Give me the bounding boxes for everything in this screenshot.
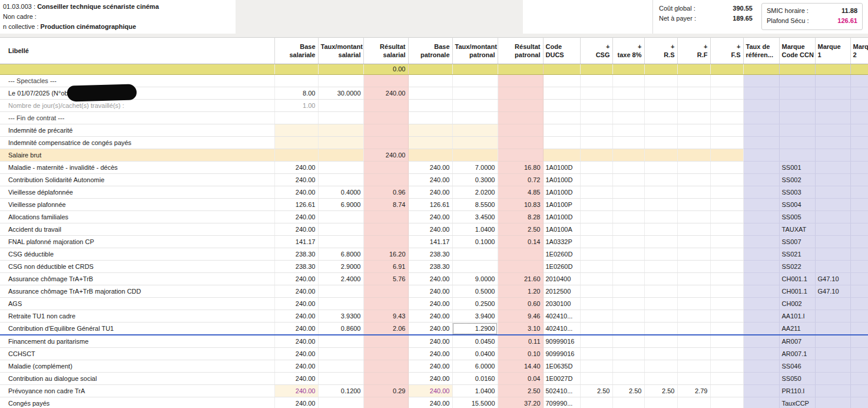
cell-marque_ccn[interactable]: AA101.I: [779, 310, 815, 323]
cell-base_sal[interactable]: 240.00: [274, 373, 318, 385]
cell-marque1[interactable]: [815, 87, 850, 100]
cell-marque_ccn[interactable]: PR110.I: [779, 385, 815, 397]
cell-ducs[interactable]: [543, 124, 580, 137]
cell-rs[interactable]: [644, 360, 677, 373]
cell-fs[interactable]: [710, 211, 743, 223]
cell-ducs[interactable]: 1E0027D: [543, 373, 580, 385]
cell-marque2[interactable]: [850, 285, 868, 298]
cell-rs[interactable]: [644, 248, 677, 261]
cell-res_sal[interactable]: [363, 211, 408, 223]
cell-marque_ccn[interactable]: TauxCCP: [779, 397, 815, 408]
cell-taxe8[interactable]: [612, 248, 644, 261]
cell-label[interactable]: --- Fin de contrat ---: [0, 112, 274, 124]
cell-fs[interactable]: [710, 298, 743, 310]
cell-marque1[interactable]: [815, 236, 850, 248]
cell-marque2[interactable]: [850, 373, 868, 385]
cell-taux_ref[interactable]: [743, 323, 779, 335]
cell-marque2[interactable]: [850, 385, 868, 397]
cell-rf[interactable]: [677, 199, 710, 211]
cell-rf[interactable]: [677, 75, 710, 87]
cell-csg[interactable]: [580, 75, 612, 87]
cell-marque1[interactable]: [815, 137, 850, 149]
cell-res_sal[interactable]: 0.96: [363, 186, 408, 199]
cell-base_pat[interactable]: [408, 87, 452, 100]
cell-fs[interactable]: [710, 261, 743, 273]
cell-taxe8[interactable]: [612, 199, 644, 211]
cell-res_pat[interactable]: [498, 124, 543, 137]
cell-label[interactable]: [0, 64, 274, 75]
cell-rf[interactable]: [677, 87, 710, 100]
cell-marque2[interactable]: [850, 323, 868, 335]
cell-marque1[interactable]: [815, 298, 850, 310]
cell-csg[interactable]: [580, 373, 612, 385]
cell-marque_ccn[interactable]: TAUXAT: [779, 223, 815, 236]
cell-marque2[interactable]: [850, 211, 868, 223]
cell-rs[interactable]: [644, 335, 677, 348]
cell-taux_ref[interactable]: [743, 174, 779, 186]
table-row[interactable]: CSG non déductible et CRDS238.302.90006.…: [0, 261, 868, 273]
cell-taux_ref[interactable]: [743, 335, 779, 348]
cell-ducs[interactable]: 90999016: [543, 335, 580, 348]
cell-res_pat[interactable]: [498, 248, 543, 261]
table-row[interactable]: Contribution Solidarité Autonomie240.002…: [0, 174, 868, 186]
cell-fs[interactable]: [710, 397, 743, 408]
table-row[interactable]: CCHSCT240.00240.000.04000.1090999016AR00…: [0, 348, 868, 360]
cell-ducs[interactable]: 1A0100D: [543, 211, 580, 223]
cell-marque2[interactable]: [850, 186, 868, 199]
cell-taux_pat[interactable]: [452, 248, 498, 261]
cell-base_sal[interactable]: [274, 75, 318, 87]
cell-base_sal[interactable]: [274, 112, 318, 124]
cell-marque_ccn[interactable]: SS003: [779, 186, 815, 199]
cell-taxe8[interactable]: [612, 348, 644, 360]
cell-res_sal[interactable]: [363, 236, 408, 248]
cell-marque2[interactable]: [850, 298, 868, 310]
cell-marque_ccn[interactable]: SS046: [779, 360, 815, 373]
cell-taux_pat[interactable]: [452, 124, 498, 137]
cell-fs[interactable]: [710, 186, 743, 199]
cell-label[interactable]: CSG non déductible et CRDS: [0, 261, 274, 273]
cell-base_pat[interactable]: 240.00: [408, 335, 452, 348]
cell-label[interactable]: Indemnité compensatrice de congés payés: [0, 137, 274, 149]
cell-marque1[interactable]: [815, 248, 850, 261]
cell-csg[interactable]: [580, 285, 612, 298]
cell-taux_sal[interactable]: [318, 298, 363, 310]
cell-marque2[interactable]: [850, 335, 868, 348]
cell-taux_pat[interactable]: 0.5000: [452, 285, 498, 298]
cell-marque2[interactable]: [850, 199, 868, 211]
cell-csg[interactable]: [580, 223, 612, 236]
cell-csg[interactable]: [580, 261, 612, 273]
cell-rf[interactable]: [677, 310, 710, 323]
cell-taux_sal[interactable]: 0.1200: [318, 385, 363, 397]
cell-marque1[interactable]: [815, 112, 850, 124]
cell-taux_sal[interactable]: [318, 397, 363, 408]
cell-label[interactable]: Le 01/07/2025 (N°obje: [0, 87, 274, 100]
table-row[interactable]: Assurance chômage TrA+TrB240.002.40005.7…: [0, 273, 868, 285]
cell-csg[interactable]: [580, 64, 612, 75]
cell-base_sal[interactable]: 240.00: [274, 310, 318, 323]
cell-taux_ref[interactable]: [743, 211, 779, 223]
cell-csg[interactable]: [580, 199, 612, 211]
cell-marque1[interactable]: [815, 211, 850, 223]
cell-taux_pat[interactable]: [452, 87, 498, 100]
cell-fs[interactable]: [710, 75, 743, 87]
table-row[interactable]: Prévoyance non cadre TrA240.000.12000.29…: [0, 385, 868, 397]
cell-marque2[interactable]: [850, 100, 868, 112]
cell-fs[interactable]: [710, 174, 743, 186]
cell-taux_ref[interactable]: [743, 248, 779, 261]
cell-marque2[interactable]: [850, 310, 868, 323]
cell-fs[interactable]: [710, 248, 743, 261]
cell-rf[interactable]: [677, 186, 710, 199]
cell-ducs[interactable]: 1A0100D: [543, 186, 580, 199]
cell-res_pat[interactable]: 37.20: [498, 397, 543, 408]
cell-label[interactable]: AGS: [0, 298, 274, 310]
cell-base_pat[interactable]: 240.00: [408, 211, 452, 223]
cell-taux_pat[interactable]: 6.0000: [452, 360, 498, 373]
cell-res_sal[interactable]: [363, 360, 408, 373]
cell-taux_pat[interactable]: [452, 64, 498, 75]
cell-rs[interactable]: [644, 285, 677, 298]
cell-rf[interactable]: [677, 248, 710, 261]
cell-marque_ccn[interactable]: SS022: [779, 261, 815, 273]
cell-csg[interactable]: [580, 149, 612, 162]
cell-taux_sal[interactable]: [318, 137, 363, 149]
cell-res_sal[interactable]: [363, 373, 408, 385]
